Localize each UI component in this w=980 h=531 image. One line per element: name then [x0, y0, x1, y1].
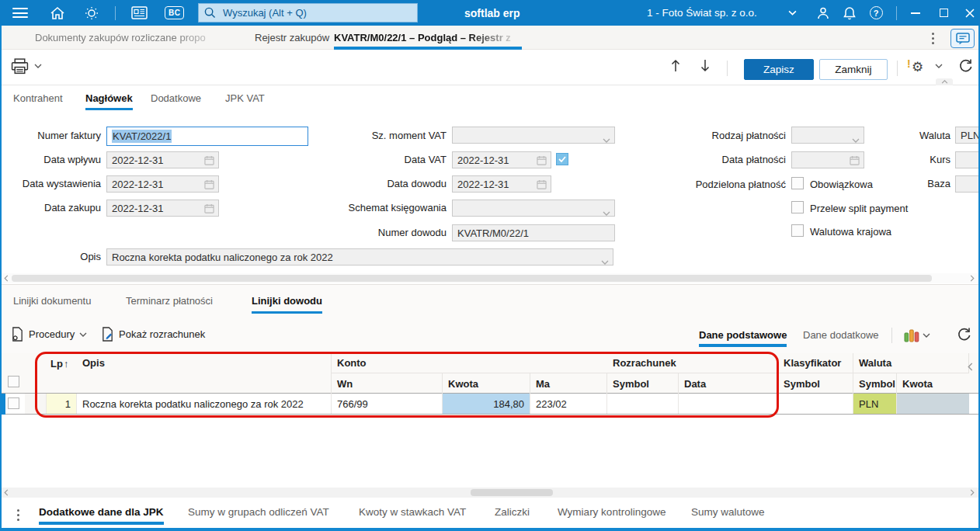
company-chevron-down-icon[interactable]: [784, 0, 800, 26]
home-icon[interactable]: [50, 0, 65, 26]
bottom-tabs-kebab-icon[interactable]: [12, 507, 23, 522]
tab-sumy-walutowe[interactable]: Sumy walutowe: [691, 506, 765, 525]
chart-button[interactable]: [904, 328, 930, 343]
mandatory-checkbox[interactable]: [791, 177, 804, 189]
split-payment-transfer-checkbox[interactable]: [791, 201, 804, 213]
save-button[interactable]: Zapisz: [744, 59, 814, 80]
print-icon[interactable]: [11, 58, 29, 75]
posting-scheme-field[interactable]: [452, 200, 615, 217]
tab-overflow-kebab-icon[interactable]: [926, 30, 939, 46]
select-all-checkbox[interactable]: [8, 376, 19, 387]
row-checkbox[interactable]: [8, 397, 19, 409]
bc-module-icon[interactable]: BC: [165, 0, 184, 26]
group-header-rozrachunek[interactable]: Rozrachunek: [607, 353, 778, 373]
bell-icon[interactable]: [840, 0, 859, 26]
group-header-waluta[interactable]: Waluta: [853, 353, 969, 373]
scroll-right-chevron-icon[interactable]: [968, 488, 977, 498]
voucher-number-field[interactable]: KVATR/M0/22/1: [452, 224, 615, 241]
help-icon[interactable]: ?: [867, 0, 885, 26]
column-header-rozrachunek-data[interactable]: Data: [679, 373, 778, 394]
invoice-number-field[interactable]: KVAT/2022/1: [106, 127, 308, 146]
print-chevron-down-icon[interactable]: [34, 64, 42, 68]
column-header-ma[interactable]: Ma: [530, 373, 607, 394]
column-header-kwota[interactable]: Kwota: [443, 373, 530, 394]
tab-linijki-dokumentu[interactable]: Linijki dokumentu: [13, 295, 91, 314]
payment-date-field[interactable]: [791, 151, 864, 168]
tab-rejestr-zakupow[interactable]: Rejestr zakupów: [255, 26, 329, 50]
grid-horizontal-scrollbar[interactable]: [2, 488, 978, 498]
vat-moment-field[interactable]: [452, 127, 615, 144]
comments-button[interactable]: [950, 29, 975, 48]
hamburger-menu-icon[interactable]: [12, 0, 28, 26]
tab-wymiary-kontrolingowe[interactable]: Wymiary kontrolingowe: [558, 506, 665, 525]
vat-date-field[interactable]: 2022-12-31: [452, 151, 551, 168]
tab-kwoty-stawkach-vat[interactable]: Kwoty w stawkach VAT: [359, 506, 466, 525]
grid-row-1[interactable]: 1 Roczna korekta podatku naliczonego za …: [2, 394, 978, 415]
group-label: Waluta: [859, 357, 891, 369]
whats-new-lightbulb-icon[interactable]: [84, 0, 99, 26]
column-header-opis[interactable]: Opis: [77, 353, 332, 394]
domestic-currency-checkbox[interactable]: [791, 224, 804, 237]
column-header-rozrachunek-symbol[interactable]: Symbol: [607, 373, 679, 394]
tab-linijki-dowodu[interactable]: Linijki dowodu: [252, 295, 322, 314]
column-header-lp[interactable]: Lp↑: [45, 353, 77, 373]
minimize-button[interactable]: [905, 0, 926, 26]
company-selector[interactable]: 1 - Foto Świat sp. z o.o.: [647, 0, 757, 26]
base-field[interactable]: [955, 175, 980, 193]
navigate-down-icon[interactable]: [699, 58, 711, 73]
tab-dodatkowe[interactable]: Dodatkowe: [151, 92, 201, 110]
currency-field[interactable]: PLN: [955, 127, 980, 144]
vat-date-checkbox[interactable]: [556, 153, 568, 165]
news-icon[interactable]: [131, 0, 148, 26]
group-header-klasyfikator[interactable]: Klasyfikator: [778, 353, 853, 373]
toolbar-divider: [727, 61, 728, 76]
grid-refresh-button[interactable]: [955, 327, 971, 342]
scrollbar-thumb[interactable]: [471, 489, 553, 496]
cell-rozrachunek-symbol: [607, 394, 679, 414]
close-button[interactable]: [960, 0, 980, 26]
purchase-date-field[interactable]: 2022-12-31: [106, 200, 219, 217]
toolbar-divider: [897, 61, 898, 76]
tab-kvatr-podglad-active[interactable]: KVATR/M0/22/1 – Podgląd – Rejestr z: [334, 26, 522, 50]
tab-naglowek[interactable]: Nagłówek: [85, 92, 133, 110]
scroll-left-chevron-icon[interactable]: [2, 273, 11, 283]
tab-dane-dodatkowe[interactable]: Dane dodatkowe: [803, 329, 879, 347]
close-document-button[interactable]: Zamknij: [819, 59, 888, 80]
user-icon[interactable]: [814, 0, 832, 26]
procedures-button[interactable]: Procedury: [11, 327, 87, 342]
column-header-waluta-kwota[interactable]: Kwota: [897, 373, 969, 394]
split-payment-label: Podzielona płatność: [662, 179, 786, 190]
rate-field[interactable]: [955, 151, 980, 168]
receipt-date-field[interactable]: 2022-12-31: [106, 151, 219, 168]
description-field[interactable]: Roczna korekta podatku naliczonego za ro…: [106, 248, 613, 266]
global-search[interactable]: [198, 3, 418, 23]
cell-waluta-symbol: PLN: [853, 394, 897, 414]
scroll-right-chevron-icon[interactable]: [968, 273, 977, 283]
collapse-columns-chevron-left-icon[interactable]: [968, 362, 973, 373]
tab-kontrahent[interactable]: Kontrahent: [13, 92, 63, 110]
tab-sumy-grupach-odliczen[interactable]: Sumy w grupach odliczeń VAT: [188, 506, 329, 525]
scrollbar-thumb[interactable]: [12, 275, 932, 282]
tab-dane-podstawowe[interactable]: Dane podstawowe: [699, 329, 787, 347]
show-settlement-button[interactable]: Pokaż rozrachunek: [101, 327, 205, 342]
column-header-wn[interactable]: Wn: [332, 373, 443, 394]
tab-terminarz-platnosci[interactable]: Terminarz płatności: [126, 295, 213, 314]
settings-chevron-down-icon[interactable]: [935, 64, 943, 68]
column-header-klasyfikator-symbol[interactable]: Symbol: [778, 373, 853, 394]
issue-date-field[interactable]: 2022-12-31: [106, 175, 219, 193]
payment-type-field[interactable]: [791, 127, 864, 144]
settings-warning-icon[interactable]: !⚙: [912, 59, 923, 75]
scroll-left-chevron-icon[interactable]: [2, 488, 11, 498]
tab-dokumenty-zakupow[interactable]: Dokumenty zakupów rozliczane propo: [35, 26, 231, 50]
tab-zaliczki[interactable]: Zaliczki: [495, 506, 530, 525]
column-header-waluta-symbol[interactable]: Symbol: [853, 373, 897, 394]
voucher-date-field[interactable]: 2022-12-31: [452, 175, 551, 193]
collapse-panel-chevron-up-icon[interactable]: [936, 78, 953, 85]
search-input[interactable]: [221, 6, 412, 19]
form-horizontal-scrollbar[interactable]: [2, 273, 978, 283]
tab-jpk-vat[interactable]: JPK VAT: [225, 92, 265, 110]
maximize-button[interactable]: [933, 0, 954, 26]
refresh-icon[interactable]: [957, 58, 973, 74]
tab-dodatkowe-dane-jpk[interactable]: Dodatkowe dane dla JPK: [39, 506, 164, 525]
navigate-up-icon[interactable]: [669, 58, 682, 73]
